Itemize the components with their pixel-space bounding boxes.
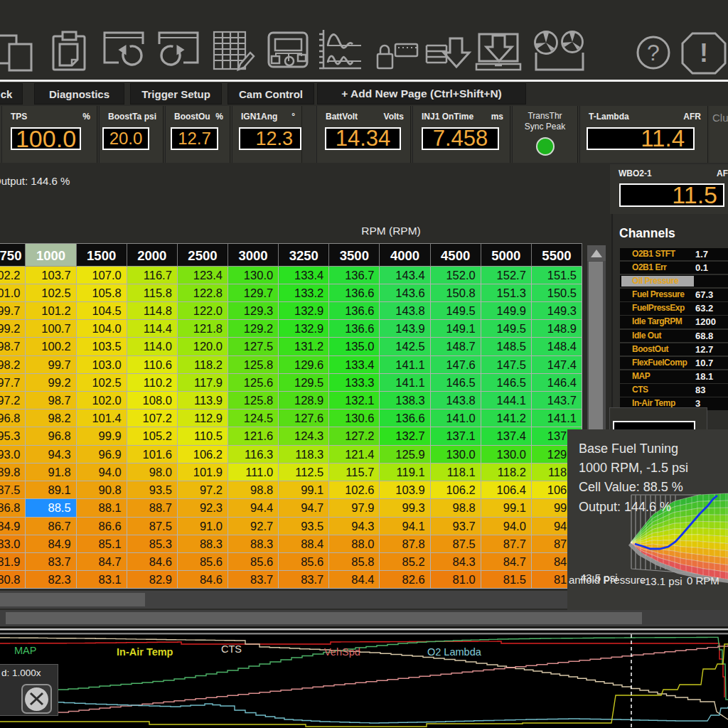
svg-text:MAP: MAP: [14, 645, 36, 656]
svg-text:0 RPM: 0 RPM: [687, 574, 719, 587]
svg-text:!: !: [700, 38, 708, 68]
svg-text:VehSpd: VehSpd: [324, 646, 360, 658]
svg-text:CTS: CTS: [221, 643, 242, 655]
svg-text:O2 Lambda: O2 Lambda: [427, 646, 482, 658]
svg-text:?: ?: [647, 40, 660, 65]
svg-text:In-Air Temp: In-Air Temp: [117, 646, 173, 658]
svg-text:anifold Pressure: anifold Pressure: [569, 574, 646, 586]
svg-text:-13.1 psi: -13.1 psi: [641, 575, 682, 587]
